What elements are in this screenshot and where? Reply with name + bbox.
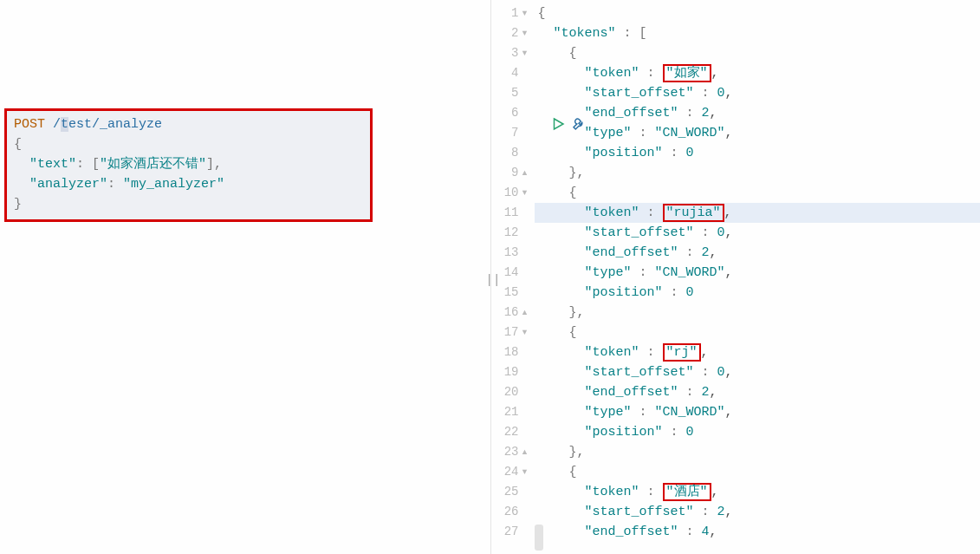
response-line: "token" : "rujia", (535, 203, 981, 223)
fold-arrow-icon[interactable]: ▾ (521, 3, 529, 23)
line-number: 19 (504, 362, 519, 382)
highlighted-token: "如家" (663, 64, 711, 82)
response-line: { (535, 43, 981, 63)
fold-arrow-icon[interactable]: ▾ (521, 23, 529, 43)
dev-tools-console: POST /test/_analyze { "text": ["如家酒店还不错"… (0, 0, 980, 554)
line-number: 5 (511, 83, 518, 103)
line-number: 22 (504, 422, 519, 442)
request-pane: POST /test/_analyze { "text": ["如家酒店还不错"… (0, 0, 490, 554)
response-line: "end_offset" : 2, (535, 243, 981, 263)
highlighted-token: "rj" (663, 343, 701, 362)
response-line: "position" : 0 (535, 422, 981, 442)
gutter-row: 23▴ (491, 442, 529, 462)
request-path: /test/_analyze (53, 117, 162, 132)
line-number: 9 (511, 163, 518, 183)
response-line: "end_offset" : 2, (535, 103, 981, 123)
fold-arrow-icon[interactable]: ▾ (521, 323, 529, 342)
response-line: { (535, 3, 981, 23)
response-line: "type" : "CN_WORD", (535, 123, 981, 143)
gutter-row: 25 (491, 482, 529, 502)
response-line: "start_offset" : 0, (535, 362, 981, 382)
gutter-row: 1▾ (491, 3, 529, 23)
request-line-method: POST /test/_analyze (14, 114, 363, 134)
line-number: 25 (504, 482, 519, 502)
line-number: 2 (511, 23, 518, 43)
gutter-row: 8 (491, 143, 529, 163)
gutter-row: 20 (491, 382, 529, 402)
response-line: "start_offset" : 0, (535, 83, 981, 103)
line-number: 26 (504, 502, 519, 522)
fold-arrow-icon[interactable]: ▴ (521, 442, 529, 462)
gutter-row: 4 (491, 63, 529, 83)
response-line: "token" : "如家", (535, 63, 981, 83)
response-code: { "tokens" : [ { "token" : "如家", "start_… (535, 0, 981, 554)
fold-arrow-icon[interactable]: ▾ (521, 183, 529, 203)
line-gutter: 1▾2▾3▾4 5 6 7 8 9▴10▾11 12 13 14 15 16▴1… (491, 0, 535, 554)
gutter-row: 22 (491, 422, 529, 442)
response-line: "type" : "CN_WORD", (535, 263, 981, 283)
line-number: 21 (504, 402, 519, 422)
line-number: 23 (504, 442, 519, 462)
highlighted-token: "酒店" (663, 483, 711, 501)
http-method: POST (14, 117, 45, 132)
gutter-row: 3▾ (491, 43, 529, 63)
gutter-row: 17▾ (491, 323, 529, 342)
gutter-row: 24▾ (491, 462, 529, 482)
gutter-row: 2▾ (491, 23, 529, 43)
response-line: "end_offset" : 4, (535, 522, 981, 542)
gutter-row: 19 (491, 362, 529, 382)
response-line: "position" : 0 (535, 143, 981, 163)
line-number: 8 (511, 143, 518, 163)
response-line: { (535, 323, 981, 342)
gutter-row: 21 (491, 402, 529, 422)
line-number: 4 (511, 63, 518, 83)
gutter-row: 26 (491, 502, 529, 522)
response-line: "type" : "CN_WORD", (535, 402, 981, 422)
line-number: 27 (504, 522, 519, 542)
response-line: { (535, 462, 981, 482)
response-line: "start_offset" : 2, (535, 502, 981, 522)
gutter-row: 27 (491, 522, 529, 542)
scrollbar-thumb[interactable] (535, 525, 543, 551)
response-line: "token" : "rj", (535, 342, 981, 362)
gutter-row: 6 (491, 103, 529, 123)
response-line: "token" : "酒店", (535, 482, 981, 502)
gutter-row: 9▴ (491, 163, 529, 183)
line-number: 3 (511, 43, 518, 63)
gutter-row: 7 (491, 123, 529, 143)
request-body-close: } (14, 194, 363, 214)
line-number: 7 (511, 123, 518, 143)
gutter-row: 15 (491, 283, 529, 303)
line-number: 13 (504, 243, 519, 263)
response-line: }, (535, 442, 981, 462)
fold-arrow-icon[interactable]: ▴ (521, 163, 529, 183)
response-line: "end_offset" : 2, (535, 382, 981, 402)
fold-arrow-icon[interactable]: ▴ (521, 303, 529, 323)
gutter-row: 10▾ (491, 183, 529, 203)
line-number: 10 (504, 183, 519, 203)
response-editor[interactable]: 1▾2▾3▾4 5 6 7 8 9▴10▾11 12 13 14 15 16▴1… (491, 0, 981, 554)
gutter-row: 14 (491, 263, 529, 283)
request-editor[interactable]: POST /test/_analyze { "text": ["如家酒店还不错"… (4, 108, 373, 222)
request-body-analyzer: "analyzer": "my_analyzer" (14, 174, 363, 194)
line-number: 11 (504, 203, 519, 223)
line-number: 14 (504, 263, 519, 283)
response-line: "start_offset" : 0, (535, 223, 981, 243)
gutter-row: 18 (491, 342, 529, 362)
response-pane: || 1▾2▾3▾4 5 6 7 8 9▴10▾11 12 13 14 15 1… (490, 0, 981, 554)
response-line: "tokens" : [ (535, 23, 981, 43)
request-body-open: { (14, 134, 363, 154)
line-number: 12 (504, 223, 519, 243)
fold-arrow-icon[interactable]: ▾ (521, 462, 529, 482)
line-number: 15 (504, 283, 519, 303)
request-body-text: "text": ["如家酒店还不错"], (14, 154, 363, 174)
response-line: }, (535, 303, 981, 323)
line-number: 16 (504, 303, 519, 323)
response-line: "position" : 0 (535, 283, 981, 303)
fold-arrow-icon[interactable]: ▾ (521, 43, 529, 63)
highlighted-token: "rujia" (663, 204, 724, 222)
gutter-row: 12 (491, 223, 529, 243)
line-number: 1 (511, 3, 518, 23)
line-number: 17 (504, 323, 519, 342)
line-number: 18 (504, 342, 519, 362)
